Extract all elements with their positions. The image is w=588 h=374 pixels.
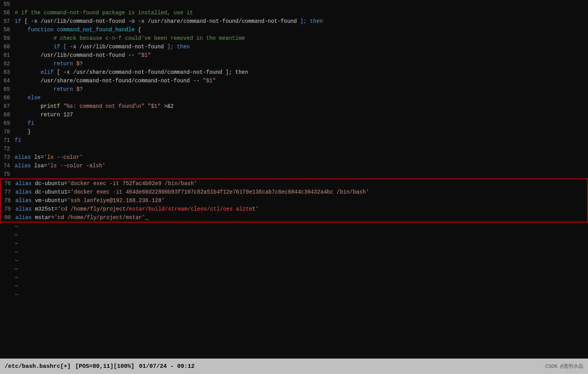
line-content: printf "%s: command not found\n" "$1" >&…: [15, 102, 588, 110]
tilde-char: ~: [15, 248, 18, 257]
line-number: 67: [0, 102, 15, 110]
status-left: /etc/bash.bashrc[+] [POS=80,11][100%] 01…: [5, 363, 195, 370]
line-content: /usr/lib/command-not-found -- "$1": [15, 51, 588, 60]
line-number: 79: [1, 205, 15, 213]
line-number: 68: [0, 110, 15, 119]
line-content: fi: [15, 136, 588, 144]
code-line: 56# if the command-not-found package is …: [0, 8, 588, 17]
code-line: 59 # check because c-n-f could've been r…: [0, 34, 588, 42]
code-line: 72: [0, 144, 588, 153]
tilde-line: ~: [0, 291, 588, 299]
code-line: 78alias vm-ubuntu='ssh lanfeiye@192.168.…: [1, 196, 587, 205]
line-number: 74: [0, 162, 15, 170]
code-lines: 5556# if the command-not-found package i…: [0, 0, 588, 178]
code-line: 63 elif [ -x /usr/share/command-not-foun…: [0, 68, 588, 76]
code-line: 76alias dc-ubuntu='docker exec -it 752fa…: [1, 179, 587, 188]
tilde-char: ~: [15, 257, 18, 265]
tilde-line: ~: [0, 282, 588, 291]
line-number: 61: [0, 51, 15, 60]
code-line: 57if [ -x /usr/lib/command-not-found -o …: [0, 17, 588, 26]
line-content: alias ls='ls --color': [15, 153, 588, 162]
status-datetime: 01/07/24 - 09:12: [139, 363, 195, 370]
line-number: 73: [0, 153, 15, 162]
line-number: 60: [0, 42, 15, 51]
line-content: /usr/share/command-not-found/command-not…: [15, 76, 588, 85]
line-content: fi: [15, 119, 588, 128]
line-content: return 127: [15, 110, 588, 119]
code-line: 69 fi: [0, 119, 588, 128]
tilde-char: ~: [15, 240, 18, 248]
line-number: 66: [0, 94, 15, 102]
line-content: }: [15, 128, 588, 136]
line-number: 57: [0, 17, 15, 26]
line-content: return $?: [15, 85, 588, 94]
line-number: 63: [0, 68, 15, 76]
tilde-char: ~: [15, 274, 18, 282]
code-line: 66 else: [0, 94, 588, 102]
line-content: alias dc-ubuntu='docker exec -it 752fac4…: [15, 179, 587, 188]
tilde-line: ~: [0, 274, 588, 282]
line-number: 75: [0, 170, 15, 178]
tilde-line: ~: [0, 231, 588, 240]
line-content: # check because c-n-f could've been remo…: [15, 34, 588, 42]
tilde-line: ~: [0, 257, 588, 265]
line-number: 78: [1, 196, 15, 205]
line-content: if [ -x /usr/lib/command-not-found -o -x…: [15, 17, 588, 26]
tilde-char: ~: [15, 231, 18, 240]
status-bar: /etc/bash.bashrc[+] [POS=80,11][100%] 01…: [0, 359, 588, 374]
tilde-char: ~: [15, 291, 18, 299]
code-line: 79alias m325st='cd /home/fly/project/mst…: [1, 205, 587, 213]
line-number: 55: [0, 0, 15, 8]
code-line: 55: [0, 0, 588, 8]
code-line: 68 return 127: [0, 110, 588, 119]
line-number: 58: [0, 26, 15, 34]
line-number: 65: [0, 85, 15, 94]
code-line: 77alias dc-ubuntu1='docker exec -it 464d…: [1, 188, 587, 196]
line-number: 71: [0, 136, 15, 144]
line-number: 59: [0, 34, 15, 42]
line-number: 76: [1, 179, 15, 188]
code-line: 61 /usr/lib/command-not-found -- "$1": [0, 51, 588, 60]
line-content: else: [15, 94, 588, 102]
line-content: alias lsa='ls --color -alsh': [15, 162, 588, 170]
line-number: 64: [0, 76, 15, 85]
code-line: 67 printf "%s: command not found\n" "$1"…: [0, 102, 588, 110]
code-line: 70 }: [0, 128, 588, 136]
editor-area[interactable]: 5556# if the command-not-found package i…: [0, 0, 588, 359]
code-line: 74alias lsa='ls --color -alsh': [0, 162, 588, 170]
tilde-line: ~: [0, 265, 588, 274]
code-line: 73alias ls='ls --color': [0, 153, 588, 162]
code-line: 58 function command_not_found_handle {: [0, 26, 588, 34]
tilde-char: ~: [15, 223, 18, 231]
code-line: 62 return $?: [0, 60, 588, 68]
code-line: 75: [0, 170, 588, 178]
line-number: 77: [1, 188, 15, 196]
highlighted-block: 76alias dc-ubuntu='docker exec -it 752fa…: [0, 178, 588, 223]
line-content: alias mstar='cd /home/fly/project/mstar'…: [15, 213, 587, 222]
line-content: alias m325st='cd /home/fly/project/mstar…: [15, 205, 587, 213]
code-line: 65 return $?: [0, 85, 588, 94]
line-number: 72: [0, 144, 15, 153]
status-watermark: CSDN @透明水晶: [545, 363, 583, 370]
status-file: /etc/bash.bashrc[+]: [5, 363, 71, 370]
code-line: 60 if [ -x /usr/lib/command-not-found ];…: [0, 42, 588, 51]
line-content: function command_not_found_handle {: [15, 26, 588, 34]
line-content: elif [ -x /usr/share/command-not-found/c…: [15, 68, 588, 76]
tilde-line: ~: [0, 223, 588, 231]
tilde-char: ~: [15, 282, 18, 291]
line-number: 56: [0, 8, 15, 17]
line-number: 80: [1, 213, 15, 222]
code-line: 71fi: [0, 136, 588, 144]
line-content: alias vm-ubuntu='ssh lanfeiye@192.168.23…: [15, 196, 587, 205]
code-line: 80alias mstar='cd /home/fly/project/msta…: [1, 213, 587, 222]
line-number: 62: [0, 60, 15, 68]
tilde-line: ~: [0, 240, 588, 248]
line-content: if [ -x /usr/lib/command-not-found ]; th…: [15, 42, 588, 51]
line-content: return $?: [15, 60, 588, 68]
tilde-char: ~: [15, 265, 18, 274]
line-number: 70: [0, 128, 15, 136]
code-line: 64 /usr/share/command-not-found/command-…: [0, 76, 588, 85]
line-content: # if the command-not-found package is in…: [15, 8, 588, 17]
tilde-line: ~: [0, 248, 588, 257]
line-number: 69: [0, 119, 15, 128]
